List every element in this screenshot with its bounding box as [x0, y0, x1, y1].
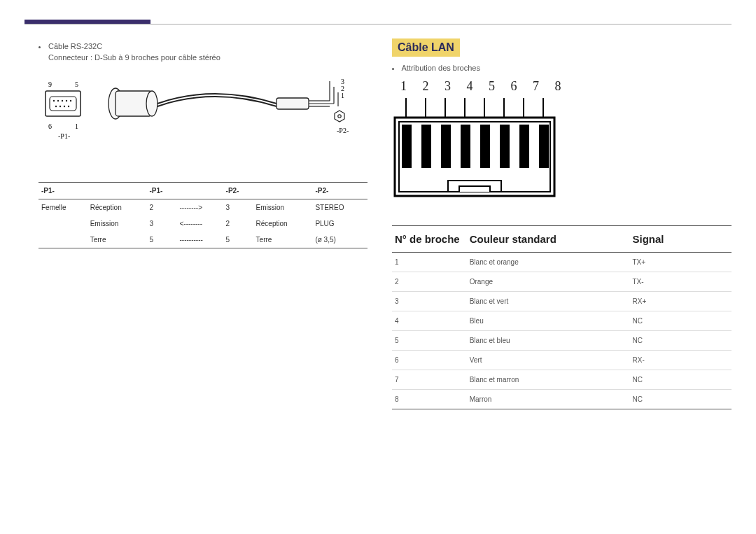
svg-text:1: 1	[75, 122, 78, 130]
svg-point-5	[66, 100, 67, 101]
table-row: 4 Bleu NC	[392, 311, 732, 331]
rs232-connector-line: Connecteur : D-Sub à 9 broches pour câbl…	[48, 53, 368, 62]
svg-point-13	[146, 91, 158, 116]
svg-point-9	[64, 106, 65, 107]
table-header-row: -P1- -P1- -P2- -P2-	[38, 183, 368, 199]
svg-text:5: 5	[75, 80, 78, 88]
svg-rect-48	[519, 125, 529, 168]
lan-section: Câble LAN Attribution des broches 1 2 3 …	[392, 38, 732, 409]
svg-rect-1	[50, 97, 76, 111]
svg-text:6: 6	[48, 122, 52, 130]
svg-rect-44	[441, 125, 451, 168]
table-row: 1 Blanc et orange TX+	[392, 253, 732, 272]
table-row: 8 Marron NC	[392, 390, 732, 409]
svg-rect-42	[402, 125, 412, 168]
svg-point-4	[62, 100, 63, 101]
rs232-diagram-svg: 9 5 6 1 -P1- -P2- 3 2 1	[38, 70, 368, 182]
col-pin: N° de broche	[392, 226, 467, 253]
svg-rect-45	[461, 125, 470, 168]
lan-pin-attr-label: Attribution des broches	[401, 64, 480, 72]
svg-rect-47	[500, 125, 510, 168]
rs232-cable-label: Câble RS-232C	[48, 42, 102, 50]
table-row: 3 Blanc et vert RX+	[392, 292, 732, 311]
svg-text:-P2-: -P2-	[337, 127, 349, 134]
svg-point-8	[59, 106, 61, 107]
svg-marker-21	[335, 111, 344, 122]
col-p1b: -P1-	[146, 183, 176, 199]
rj45-diagram: 1 2 3 4 5 6 7 8	[392, 79, 574, 206]
table-row: 6 Vert RX-	[392, 351, 732, 370]
lan-bullet: Attribution des broches	[392, 64, 732, 72]
svg-point-7	[55, 106, 57, 107]
bullet-icon	[392, 68, 394, 70]
col-signal: Signal	[629, 226, 732, 253]
table-row: 5 Blanc et bleu NC	[392, 331, 732, 351]
svg-point-22	[338, 115, 341, 118]
svg-point-10	[68, 106, 69, 107]
svg-rect-43	[421, 125, 431, 168]
svg-point-6	[70, 100, 71, 101]
svg-text:-P1-: -P1-	[58, 132, 70, 140]
table-header-row: N° de broche Couleur standard Signal	[392, 226, 732, 253]
lan-pinout-table: N° de broche Couleur standard Signal 1 B…	[392, 225, 732, 409]
svg-point-2	[53, 100, 55, 101]
svg-rect-46	[480, 125, 490, 168]
col-p2b: -P2-	[312, 183, 368, 199]
lan-heading: Câble LAN	[392, 38, 460, 57]
col-p1a: -P1-	[38, 183, 88, 199]
header-rule	[24, 24, 732, 24]
col-color: Couleur standard	[467, 226, 630, 253]
table-row: 2 Orange TX-	[392, 272, 732, 292]
rs232-diagram: 9 5 6 1 -P1- -P2- 3 2 1	[38, 70, 368, 182]
svg-rect-14	[276, 98, 309, 109]
rs232-pinout-table: -P1- -P1- -P2- -P2- Femelle Réception 2 …	[38, 182, 368, 248]
table-row: Femelle Réception 2 --------> 3 Emission…	[38, 199, 368, 216]
rs232-section: Câble RS-232C Connecteur : D-Sub à 9 bro…	[38, 42, 368, 248]
svg-text:9: 9	[48, 80, 52, 88]
rj45-svg	[392, 98, 574, 203]
svg-text:1: 1	[341, 92, 344, 99]
col-p2a: -P2-	[223, 183, 253, 199]
table-row: Emission 3 <-------- 2 Réception PLUG	[38, 216, 368, 232]
bullet-icon	[38, 46, 41, 48]
rs232-bullet: Câble RS-232C	[38, 42, 368, 50]
pin-numbers-row: 1 2 3 4 5 6 7 8	[400, 79, 574, 94]
svg-point-3	[57, 100, 59, 101]
table-row: 7 Blanc et marron NC	[392, 370, 732, 390]
svg-rect-40	[395, 118, 554, 196]
table-row: Terre 5 ---------- 5 Terre (ø 3,5)	[38, 232, 368, 248]
svg-rect-49	[539, 125, 549, 168]
